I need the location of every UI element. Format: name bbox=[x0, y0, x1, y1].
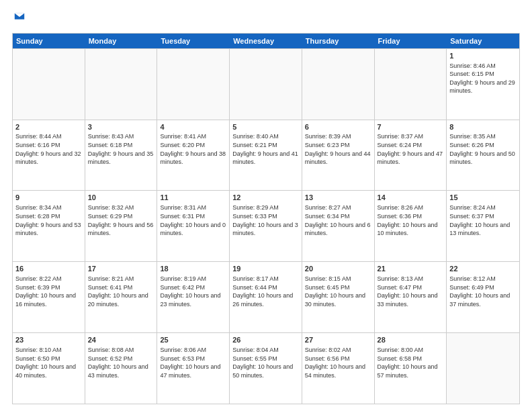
cell-info: Sunrise: 8:27 AM Sunset: 6:34 PM Dayligh… bbox=[305, 203, 371, 237]
calendar-header: SundayMondayTuesdayWednesdayThursdayFrid… bbox=[13, 34, 519, 48]
calendar-cell: 5Sunrise: 8:40 AM Sunset: 6:21 PM Daylig… bbox=[230, 120, 302, 191]
calendar-cell: 15Sunrise: 8:24 AM Sunset: 6:37 PM Dayli… bbox=[447, 191, 519, 261]
header-day-sunday: Sunday bbox=[13, 34, 85, 48]
calendar-row-1: 2Sunrise: 8:44 AM Sunset: 6:16 PM Daylig… bbox=[13, 120, 519, 191]
day-number: 19 bbox=[232, 264, 299, 274]
cell-info: Sunrise: 8:39 AM Sunset: 6:23 PM Dayligh… bbox=[305, 132, 371, 166]
page: SundayMondayTuesdayWednesdayThursdayFrid… bbox=[0, 0, 532, 411]
cell-info: Sunrise: 8:15 AM Sunset: 6:45 PM Dayligh… bbox=[305, 275, 371, 308]
cell-info: Sunrise: 8:12 AM Sunset: 6:49 PM Dayligh… bbox=[449, 275, 517, 308]
cell-info: Sunrise: 8:46 AM Sunset: 6:15 PM Dayligh… bbox=[449, 62, 517, 95]
calendar-cell: 22Sunrise: 8:12 AM Sunset: 6:49 PM Dayli… bbox=[447, 262, 519, 332]
cell-info: Sunrise: 8:37 AM Sunset: 6:24 PM Dayligh… bbox=[378, 132, 444, 166]
cell-info: Sunrise: 8:35 AM Sunset: 6:26 PM Dayligh… bbox=[449, 132, 517, 166]
day-number: 26 bbox=[232, 335, 299, 345]
calendar-cell: 12Sunrise: 8:29 AM Sunset: 6:33 PM Dayli… bbox=[230, 191, 302, 261]
calendar-cell bbox=[302, 49, 375, 120]
day-number: 6 bbox=[305, 122, 371, 132]
cell-info: Sunrise: 8:22 AM Sunset: 6:39 PM Dayligh… bbox=[15, 275, 82, 308]
header-day-saturday: Saturday bbox=[447, 34, 519, 48]
calendar-cell: 6Sunrise: 8:39 AM Sunset: 6:23 PM Daylig… bbox=[302, 120, 375, 191]
calendar-cell: 21Sunrise: 8:13 AM Sunset: 6:47 PM Dayli… bbox=[375, 262, 447, 332]
day-number: 16 bbox=[15, 264, 82, 274]
calendar-row-2: 9Sunrise: 8:34 AM Sunset: 6:28 PM Daylig… bbox=[13, 190, 519, 261]
calendar-cell: 19Sunrise: 8:17 AM Sunset: 6:44 PM Dayli… bbox=[230, 262, 302, 332]
header-day-monday: Monday bbox=[85, 34, 158, 48]
calendar-cell: 3Sunrise: 8:43 AM Sunset: 6:18 PM Daylig… bbox=[85, 120, 158, 191]
header bbox=[12, 12, 520, 28]
cell-info: Sunrise: 8:13 AM Sunset: 6:47 PM Dayligh… bbox=[378, 275, 444, 308]
cell-info: Sunrise: 8:10 AM Sunset: 6:50 PM Dayligh… bbox=[15, 346, 82, 379]
cell-info: Sunrise: 8:32 AM Sunset: 6:29 PM Dayligh… bbox=[88, 203, 154, 237]
day-number: 27 bbox=[305, 335, 371, 345]
cell-info: Sunrise: 8:31 AM Sunset: 6:31 PM Dayligh… bbox=[160, 203, 226, 237]
day-number: 18 bbox=[160, 264, 226, 274]
day-number: 9 bbox=[15, 193, 82, 203]
calendar-cell bbox=[375, 49, 447, 120]
day-number: 22 bbox=[449, 264, 517, 274]
cell-info: Sunrise: 8:43 AM Sunset: 6:18 PM Dayligh… bbox=[88, 132, 154, 166]
header-day-friday: Friday bbox=[375, 34, 447, 48]
cell-info: Sunrise: 8:41 AM Sunset: 6:20 PM Dayligh… bbox=[160, 132, 226, 166]
calendar-cell bbox=[157, 49, 230, 120]
cell-info: Sunrise: 8:02 AM Sunset: 6:56 PM Dayligh… bbox=[305, 346, 371, 379]
calendar-cell: 9Sunrise: 8:34 AM Sunset: 6:28 PM Daylig… bbox=[13, 191, 85, 261]
calendar-cell: 28Sunrise: 8:00 AM Sunset: 6:58 PM Dayli… bbox=[375, 333, 447, 404]
calendar-cell: 11Sunrise: 8:31 AM Sunset: 6:31 PM Dayli… bbox=[157, 191, 230, 261]
cell-info: Sunrise: 8:29 AM Sunset: 6:33 PM Dayligh… bbox=[232, 203, 299, 237]
calendar-cell bbox=[230, 49, 302, 120]
calendar-cell: 8Sunrise: 8:35 AM Sunset: 6:26 PM Daylig… bbox=[447, 120, 519, 191]
day-number: 3 bbox=[88, 122, 154, 132]
day-number: 25 bbox=[160, 335, 226, 345]
cell-info: Sunrise: 8:21 AM Sunset: 6:41 PM Dayligh… bbox=[88, 275, 154, 308]
day-number: 24 bbox=[88, 335, 154, 345]
day-number: 4 bbox=[160, 122, 226, 132]
day-number: 13 bbox=[305, 193, 371, 203]
cell-info: Sunrise: 8:26 AM Sunset: 6:36 PM Dayligh… bbox=[378, 203, 444, 237]
day-number: 5 bbox=[232, 122, 299, 132]
cell-info: Sunrise: 8:24 AM Sunset: 6:37 PM Dayligh… bbox=[449, 203, 517, 237]
day-number: 17 bbox=[88, 264, 154, 274]
calendar-cell: 16Sunrise: 8:22 AM Sunset: 6:39 PM Dayli… bbox=[13, 262, 85, 332]
day-number: 15 bbox=[449, 193, 517, 203]
calendar-cell: 18Sunrise: 8:19 AM Sunset: 6:42 PM Dayli… bbox=[157, 262, 230, 332]
cell-info: Sunrise: 8:08 AM Sunset: 6:52 PM Dayligh… bbox=[88, 346, 154, 379]
logo bbox=[12, 12, 26, 28]
calendar-cell: 25Sunrise: 8:06 AM Sunset: 6:53 PM Dayli… bbox=[157, 333, 230, 404]
day-number: 21 bbox=[378, 264, 444, 274]
cell-info: Sunrise: 8:00 AM Sunset: 6:58 PM Dayligh… bbox=[378, 346, 444, 379]
calendar-cell: 23Sunrise: 8:10 AM Sunset: 6:50 PM Dayli… bbox=[13, 333, 85, 404]
calendar-cell: 2Sunrise: 8:44 AM Sunset: 6:16 PM Daylig… bbox=[13, 120, 85, 191]
calendar-body: 1Sunrise: 8:46 AM Sunset: 6:15 PM Daylig… bbox=[13, 48, 519, 404]
calendar-cell: 26Sunrise: 8:04 AM Sunset: 6:55 PM Dayli… bbox=[230, 333, 302, 404]
cell-info: Sunrise: 8:40 AM Sunset: 6:21 PM Dayligh… bbox=[232, 132, 299, 166]
calendar-cell: 20Sunrise: 8:15 AM Sunset: 6:45 PM Dayli… bbox=[302, 262, 375, 332]
calendar-row-0: 1Sunrise: 8:46 AM Sunset: 6:15 PM Daylig… bbox=[13, 48, 519, 120]
cell-info: Sunrise: 8:06 AM Sunset: 6:53 PM Dayligh… bbox=[160, 346, 226, 379]
day-number: 20 bbox=[305, 264, 371, 274]
calendar-cell: 4Sunrise: 8:41 AM Sunset: 6:20 PM Daylig… bbox=[157, 120, 230, 191]
cell-info: Sunrise: 8:17 AM Sunset: 6:44 PM Dayligh… bbox=[232, 275, 299, 308]
logo-text bbox=[12, 12, 26, 28]
header-day-thursday: Thursday bbox=[302, 34, 375, 48]
calendar: SundayMondayTuesdayWednesdayThursdayFrid… bbox=[12, 33, 520, 404]
calendar-cell: 27Sunrise: 8:02 AM Sunset: 6:56 PM Dayli… bbox=[302, 333, 375, 404]
day-number: 12 bbox=[232, 193, 299, 203]
day-number: 28 bbox=[378, 335, 444, 345]
cell-info: Sunrise: 8:44 AM Sunset: 6:16 PM Dayligh… bbox=[15, 132, 82, 166]
calendar-cell: 17Sunrise: 8:21 AM Sunset: 6:41 PM Dayli… bbox=[85, 262, 158, 332]
day-number: 23 bbox=[15, 335, 82, 345]
cell-info: Sunrise: 8:04 AM Sunset: 6:55 PM Dayligh… bbox=[232, 346, 299, 379]
cell-info: Sunrise: 8:34 AM Sunset: 6:28 PM Dayligh… bbox=[15, 203, 82, 237]
calendar-row-4: 23Sunrise: 8:10 AM Sunset: 6:50 PM Dayli… bbox=[13, 332, 519, 404]
header-day-tuesday: Tuesday bbox=[157, 34, 230, 48]
calendar-cell: 13Sunrise: 8:27 AM Sunset: 6:34 PM Dayli… bbox=[302, 191, 375, 261]
calendar-cell bbox=[85, 49, 158, 120]
day-number: 1 bbox=[449, 51, 517, 61]
calendar-cell bbox=[13, 49, 85, 120]
calendar-cell: 10Sunrise: 8:32 AM Sunset: 6:29 PM Dayli… bbox=[85, 191, 158, 261]
calendar-cell: 1Sunrise: 8:46 AM Sunset: 6:15 PM Daylig… bbox=[447, 49, 519, 120]
calendar-cell: 24Sunrise: 8:08 AM Sunset: 6:52 PM Dayli… bbox=[85, 333, 158, 404]
calendar-cell bbox=[447, 333, 519, 404]
day-number: 7 bbox=[378, 122, 444, 132]
